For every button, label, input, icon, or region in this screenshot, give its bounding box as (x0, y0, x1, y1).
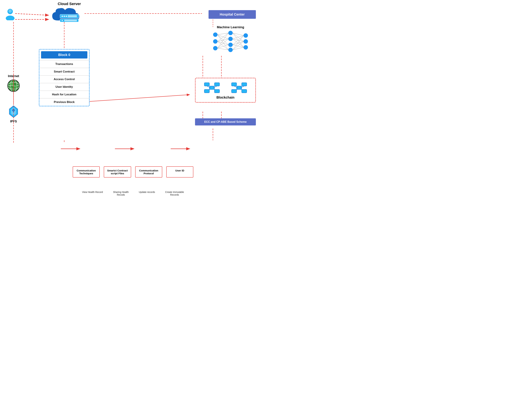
user-id-box: User ID (166, 166, 193, 178)
svg-line-40 (233, 41, 244, 45)
user-figure (5, 8, 15, 21)
communication-techniques-label: CommunicationTechniques (76, 169, 96, 175)
svg-point-5 (63, 16, 65, 17)
ml-label: Machine Learning (209, 25, 253, 29)
internet-area: Internet (3, 74, 24, 93)
block-row-transactions: Transactions (39, 60, 89, 68)
internet-globe-icon (7, 79, 20, 92)
create-immutable-label: Create ImmutableRecords (165, 191, 184, 196)
ipfs-label: IPFS (3, 120, 24, 123)
svg-rect-66 (237, 86, 242, 90)
svg-rect-67 (232, 83, 237, 86)
internet-label: Internet (3, 74, 24, 78)
bottom-labels-row: View Health Record Sharing HealthRecods … (0, 191, 266, 196)
blockchain-area: Blockchain (195, 78, 256, 103)
svg-point-53 (10, 87, 12, 89)
svg-rect-10 (64, 19, 77, 21)
svg-point-9 (62, 20, 63, 21)
communication-protocol-label: CommunicationProtocol (139, 169, 158, 175)
svg-line-32 (217, 48, 228, 50)
svg-point-15 (228, 37, 233, 41)
svg-point-2 (8, 9, 12, 13)
blockchain-label: Blockchain (198, 96, 253, 99)
block-row-access-control: Access Control (39, 75, 89, 83)
user-id-label: User ID (175, 169, 184, 172)
svg-rect-61 (215, 90, 220, 93)
svg-point-4 (62, 16, 63, 17)
blockchain-icons (198, 81, 253, 95)
ipfs-icon (8, 105, 19, 118)
neural-network-diagram (210, 30, 251, 52)
svg-point-14 (228, 31, 233, 35)
machine-learning-area: Machine Learning (209, 25, 253, 53)
svg-point-11 (213, 32, 217, 37)
svg-rect-59 (215, 83, 220, 86)
svg-point-17 (228, 48, 233, 52)
svg-rect-57 (209, 86, 215, 90)
cloud-icon (51, 7, 88, 25)
update-records-label: Update records (139, 191, 155, 196)
block-row-previous-block: Previous Block (39, 98, 89, 106)
smart-contract-script-label: Smartct Contractscript Files (107, 169, 128, 175)
block-row-hash-location: Hash for Location (39, 91, 89, 98)
cloud-server-label: Cloud Server (47, 2, 91, 6)
svg-point-6 (66, 16, 67, 17)
block-row-user-identity: User Identity (39, 83, 89, 91)
svg-point-1 (6, 16, 14, 20)
svg-line-36 (233, 36, 244, 39)
svg-line-27 (217, 41, 228, 45)
hospital-center-label: Hospital Center (220, 13, 245, 16)
block-row-smart-contract: Smart Contract (39, 68, 89, 75)
svg-rect-68 (242, 83, 247, 86)
communication-protocol-box: CommunicationProtocol (135, 166, 162, 178)
svg-point-18 (244, 33, 248, 38)
svg-rect-60 (204, 90, 209, 93)
svg-point-16 (228, 43, 233, 47)
svg-rect-58 (204, 83, 209, 86)
svg-rect-70 (242, 90, 247, 93)
svg-line-28 (217, 41, 228, 50)
svg-line-80 (89, 95, 189, 102)
cloud-server-area: Cloud Server (47, 2, 91, 26)
ipfs-area: IPFS (3, 105, 24, 123)
ecc-box: ECC and CP-ABE Based Scheme (195, 118, 256, 125)
view-health-label: View Health Record (82, 191, 103, 196)
block0-header: Block 0 (41, 51, 87, 58)
bottom-row: CommunicationTechniques Smartct Contract… (0, 166, 266, 178)
svg-point-19 (244, 39, 248, 44)
svg-rect-69 (232, 90, 237, 93)
svg-point-12 (213, 39, 217, 44)
block0-container: Block 0 Transactions Smart Contract Acce… (39, 49, 89, 106)
svg-rect-7 (68, 15, 77, 17)
blockchain-left-icon (203, 81, 220, 95)
svg-line-23 (217, 35, 228, 45)
user-icon (5, 8, 15, 20)
smart-contract-script-box: Smartct Contractscript Files (104, 166, 131, 178)
svg-point-20 (244, 45, 248, 50)
svg-point-13 (213, 46, 217, 50)
communication-techniques-box: CommunicationTechniques (73, 166, 100, 178)
ecc-label: ECC and CP-ABE Based Scheme (204, 120, 247, 123)
sharing-health-label: Sharing HealthRecods (113, 191, 129, 196)
svg-point-51 (10, 83, 14, 85)
svg-point-52 (14, 85, 17, 88)
hospital-center-box: Hospital Center (209, 10, 256, 19)
svg-line-30 (217, 39, 228, 48)
svg-line-21 (217, 33, 228, 35)
svg-line-75 (15, 13, 48, 15)
blockchain-right-icon (231, 81, 247, 95)
